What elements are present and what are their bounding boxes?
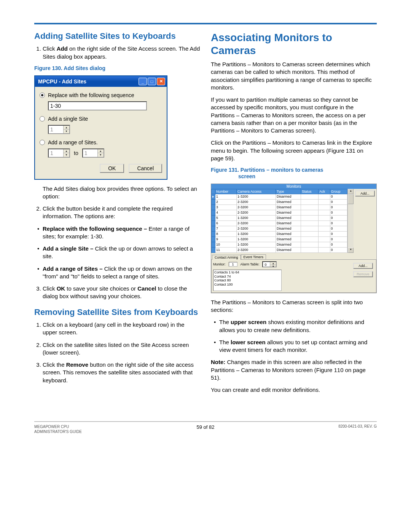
table-row[interactable]: ▸11-3200Disarmed0 <box>212 194 347 199</box>
list-item[interactable]: Contact 100 <box>214 283 280 287</box>
heading-adding-sites: Adding Satellite Sites to Keyboards <box>34 31 200 41</box>
label-replace-sequence: Replace with the following sequence <box>48 92 134 98</box>
heading-removing-sites: Removing Satellite Sites from Keyboards <box>34 307 200 317</box>
col-header[interactable]: Type <box>276 189 301 194</box>
col-header[interactable]: Ack <box>319 189 330 194</box>
chevron-up-icon[interactable]: ▲ <box>64 149 69 153</box>
footer-page-number: 59 of 82 <box>148 424 263 430</box>
scrollbar[interactable]: ▴ ▾ <box>347 189 354 253</box>
radio-range-sites[interactable] <box>40 140 45 145</box>
single-site-value: 1 <box>49 126 63 133</box>
t: Changes made in this screen are also ref… <box>211 359 366 381</box>
figure-131-caption: Figure 131. Partitions – monitors to cam… <box>211 167 377 180</box>
b: Cancel <box>137 285 156 292</box>
para-3: Click on the Partitions – Monitors to Ca… <box>211 139 377 162</box>
t: Click <box>43 45 57 52</box>
monitors-table[interactable]: NumberCamera AccessTypeStatusAckGroup ▸1… <box>211 189 347 253</box>
col-header[interactable]: Number <box>215 189 237 194</box>
t: The <box>219 339 231 345</box>
para-2: If you want to partition multiple camera… <box>211 96 377 134</box>
b: Add a single Site – <box>43 245 93 252</box>
alarm-table-value: 0 <box>263 262 270 267</box>
monitors-screen: Monitors NumberCamera AccessTypeStatusAc… <box>211 184 377 293</box>
sequence-input[interactable]: 1-30 <box>48 101 147 110</box>
ok-button[interactable]: OK <box>100 164 124 173</box>
add-sites-dialog: MPCPU - Add Sites _ □ ✕ Replace with the… <box>34 75 167 180</box>
heading-associating-monitors: Associating Monitors to Cameras <box>211 31 377 57</box>
maximize-icon[interactable]: □ <box>148 78 156 85</box>
tab-contact-arming[interactable]: Contact Arming <box>212 255 241 260</box>
chevron-up-icon[interactable]: ▴ <box>348 189 354 194</box>
close-icon[interactable]: ✕ <box>157 78 165 85</box>
range-from-stepper[interactable]: 1 ▲▼ <box>48 149 70 158</box>
alarm-table-stepper[interactable]: 0 ▲▼ <box>262 261 277 267</box>
chevron-down-icon[interactable]: ▼ <box>98 153 104 157</box>
table-row[interactable]: 32-3200Disarmed0 <box>212 204 347 210</box>
col-header[interactable]: Group <box>330 189 347 194</box>
left-column: Adding Satellite Sites to Keyboards Clic… <box>34 31 200 398</box>
step-2: Click the button beside it and complete … <box>43 205 200 220</box>
table-row[interactable]: 72-3200Disarmed0 <box>212 226 347 231</box>
chevron-up-icon[interactable]: ▲ <box>270 262 276 265</box>
alarm-table-label: Alarm Table: <box>241 262 260 266</box>
label-range-sites: Add a range of Sites. <box>48 139 98 145</box>
contacts-listbox[interactable]: Contacts 1 to 64Contact 74Contact 80Cont… <box>213 270 282 291</box>
step-3: Click OK to save your site choices or Ca… <box>43 285 200 300</box>
footer-product: MEGAPOWER CPU <box>34 424 148 429</box>
table-row[interactable]: 42-3200Disarmed0 <box>212 210 347 215</box>
chevron-up-icon[interactable]: ▲ <box>98 149 104 153</box>
table-row[interactable]: 22-3200Disarmed0 <box>212 199 347 204</box>
bullet-replace: Replace with the following sequence – En… <box>43 225 200 241</box>
label-to: to <box>74 150 78 156</box>
b: OK <box>57 285 65 292</box>
range-to-stepper[interactable]: 1 ▲▼ <box>82 149 104 158</box>
scrollbar-thumb[interactable] <box>348 194 354 204</box>
remove-step-3: Click the Remove button on the right sid… <box>43 361 200 384</box>
add-monitor-button[interactable]: Add... <box>355 190 375 197</box>
list-item[interactable]: Contact 74 <box>214 275 280 279</box>
dialog-title: MPCPU - Add Sites <box>38 78 138 85</box>
after-step1-text: The Add Sites dialog box provides three … <box>43 185 200 201</box>
bullet-upper-screen: The upper screen shows existing monitor … <box>219 318 377 334</box>
chevron-down-icon[interactable]: ▼ <box>64 129 69 133</box>
table-row[interactable]: 91-3200Disarmed0 <box>212 236 347 242</box>
remove-contact-button[interactable]: Remove <box>353 271 373 277</box>
footer-docnum: 8200-0421-03, REV. G <box>263 424 377 428</box>
minimize-icon[interactable]: _ <box>139 78 147 85</box>
col-header[interactable]: Status <box>301 189 318 194</box>
top-rule <box>34 23 377 24</box>
radio-replace-sequence[interactable] <box>40 93 45 98</box>
chevron-down-icon[interactable]: ▾ <box>348 248 354 253</box>
para-1: The Partitions – Monitors to Cameras scr… <box>211 61 377 91</box>
table-row[interactable]: 51-3200Disarmed0 <box>212 215 347 220</box>
b: Replace with the following sequence – <box>43 225 147 232</box>
list-item[interactable]: Contact 80 <box>214 278 280 283</box>
dialog-titlebar: MPCPU - Add Sites _ □ ✕ <box>35 76 167 87</box>
table-row[interactable]: 81-3200Disarmed0 <box>212 231 347 236</box>
table-row[interactable]: 101-3200Disarmed0 <box>212 242 347 247</box>
radio-single-site[interactable] <box>40 116 45 121</box>
footer-guide: ADMINISTRATOR'S GUIDE <box>34 429 148 434</box>
chevron-up-icon[interactable]: ▲ <box>64 126 69 130</box>
bullet-single: Add a single Site – Click the up or down… <box>43 245 200 260</box>
b: Note: <box>211 359 225 365</box>
table-row[interactable]: 62-3200Disarmed0 <box>212 220 347 226</box>
chevron-down-icon[interactable]: ▼ <box>64 153 69 157</box>
col-header[interactable]: Camera Access <box>237 189 276 194</box>
b: Add a range of Sites – <box>43 265 103 272</box>
monitor-label: Monitor: <box>213 262 226 266</box>
tab-event-timers[interactable]: Event Timers <box>241 254 266 259</box>
t: screen <box>211 173 255 180</box>
list-item[interactable]: Contacts 1 to 64 <box>214 270 280 275</box>
range-to-value: 1 <box>83 149 97 157</box>
cancel-button[interactable]: Cancel <box>129 164 162 173</box>
single-site-stepper[interactable]: 1 ▲▼ <box>48 125 70 134</box>
t: Click the <box>43 361 66 368</box>
table-row[interactable]: 112-3200Disarmed0 <box>212 247 347 252</box>
label-single-site: Add a single Site <box>48 116 88 122</box>
para-4: The Partitions – Monitors to Cameras scr… <box>211 299 377 314</box>
monitors-title: Monitors <box>211 184 376 189</box>
add-contact-button[interactable]: Add... <box>353 263 373 269</box>
chevron-down-icon[interactable]: ▼ <box>270 265 276 268</box>
range-from-value: 1 <box>49 149 63 157</box>
